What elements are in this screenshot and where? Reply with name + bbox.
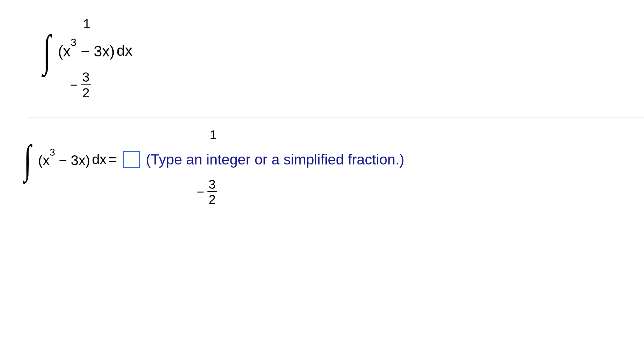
answer-hint: (Type an integer or a simplified fractio… (146, 151, 404, 168)
lower-limit: − 3 2 (197, 178, 217, 206)
integrand: (x3 − 3x) dx = (Type an integer or a sim… (38, 151, 404, 168)
content-area: 1 ∫ (x3 − 3x) dx − 3 2 (0, 0, 644, 206)
negative-sign: − (70, 78, 78, 92)
problem-statement: 1 ∫ (x3 − 3x) dx − 3 2 (19, 13, 644, 117)
integral-sign-icon: ∫ (24, 142, 31, 177)
section-divider (28, 117, 644, 118)
integral-body-row: ∫ (x3 − 3x) dx = (Type an integer or a s… (22, 142, 404, 177)
exponent: 3 (50, 147, 55, 158)
answer-integral-row: 1 ∫ (x3 − 3x) dx = (Type an integer or a… (22, 129, 644, 206)
integrand-part-1: (x3 − 3x) (38, 151, 90, 168)
answer-section: 1 ∫ (x3 − 3x) dx = (Type an integer or a… (19, 129, 644, 206)
upper-limit: 1 (210, 129, 217, 141)
integrand-part-1: (x3 − 3x) (58, 42, 115, 60)
exponent: 3 (71, 37, 76, 48)
fraction-numerator: 3 (81, 71, 91, 84)
fraction-denominator: 2 (207, 192, 217, 206)
integrand-dx: dx (92, 152, 106, 167)
integral-block: 1 ∫ (x3 − 3x) dx − 3 2 (41, 17, 133, 100)
integral-sign-icon: ∫ (43, 32, 51, 69)
integral-block-answer: 1 ∫ (x3 − 3x) dx = (Type an integer or a… (22, 129, 404, 206)
integral-expression: 1 ∫ (x3 − 3x) dx − 3 2 (41, 17, 644, 100)
equals-sign: = (109, 151, 117, 168)
lower-limit-fraction: 3 2 (207, 178, 217, 206)
fraction-numerator: 3 (207, 178, 217, 191)
lower-limit-fraction: 3 2 (81, 71, 91, 100)
fraction-denominator: 2 (81, 85, 91, 100)
lower-limit: − 3 2 (70, 71, 91, 100)
integrand: (x3 − 3x) dx (58, 42, 133, 60)
negative-sign: − (197, 186, 204, 198)
upper-limit: 1 (83, 17, 90, 31)
integrand-dx: dx (116, 42, 133, 59)
integral-body-row: ∫ (x3 − 3x) dx (41, 32, 133, 69)
answer-input[interactable] (123, 151, 140, 168)
